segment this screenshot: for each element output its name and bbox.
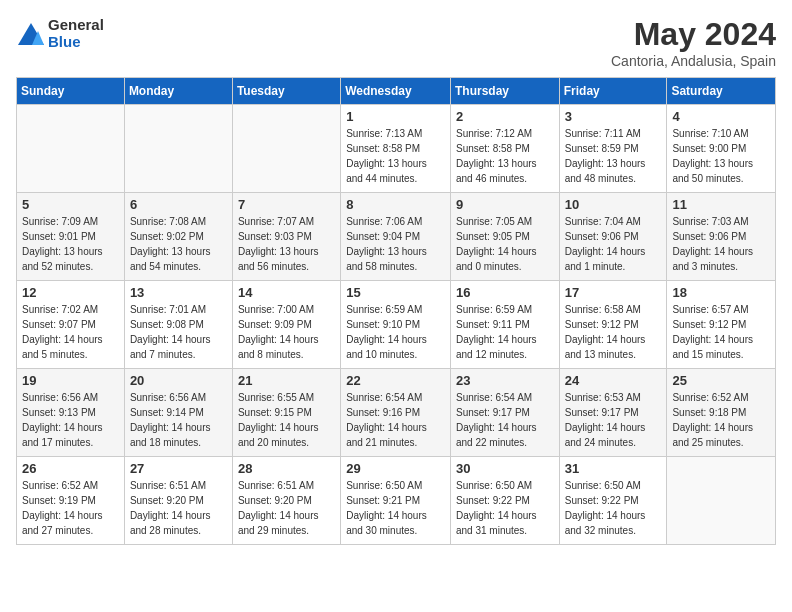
day-info: Sunrise: 6:51 AM Sunset: 9:20 PM Dayligh… (238, 478, 335, 538)
day-number: 27 (130, 461, 227, 476)
day-info: Sunrise: 6:50 AM Sunset: 9:22 PM Dayligh… (565, 478, 662, 538)
day-info: Sunrise: 7:10 AM Sunset: 9:00 PM Dayligh… (672, 126, 770, 186)
day-info: Sunrise: 7:12 AM Sunset: 8:58 PM Dayligh… (456, 126, 554, 186)
calendar-row: 12Sunrise: 7:02 AM Sunset: 9:07 PM Dayli… (17, 281, 776, 369)
calendar-cell: 7Sunrise: 7:07 AM Sunset: 9:03 PM Daylig… (232, 193, 340, 281)
day-number: 14 (238, 285, 335, 300)
calendar-row: 1Sunrise: 7:13 AM Sunset: 8:58 PM Daylig… (17, 105, 776, 193)
calendar-cell: 27Sunrise: 6:51 AM Sunset: 9:20 PM Dayli… (124, 457, 232, 545)
calendar-cell: 11Sunrise: 7:03 AM Sunset: 9:06 PM Dayli… (667, 193, 776, 281)
day-info: Sunrise: 6:56 AM Sunset: 9:13 PM Dayligh… (22, 390, 119, 450)
day-info: Sunrise: 6:52 AM Sunset: 9:19 PM Dayligh… (22, 478, 119, 538)
calendar-cell: 18Sunrise: 6:57 AM Sunset: 9:12 PM Dayli… (667, 281, 776, 369)
day-info: Sunrise: 6:56 AM Sunset: 9:14 PM Dayligh… (130, 390, 227, 450)
day-info: Sunrise: 6:52 AM Sunset: 9:18 PM Dayligh… (672, 390, 770, 450)
day-info: Sunrise: 7:07 AM Sunset: 9:03 PM Dayligh… (238, 214, 335, 274)
day-number: 5 (22, 197, 119, 212)
day-number: 18 (672, 285, 770, 300)
day-number: 22 (346, 373, 445, 388)
calendar-table: SundayMondayTuesdayWednesdayThursdayFrid… (16, 77, 776, 545)
calendar-cell (17, 105, 125, 193)
calendar-cell (232, 105, 340, 193)
day-info: Sunrise: 6:59 AM Sunset: 9:10 PM Dayligh… (346, 302, 445, 362)
weekday-header-cell: Friday (559, 78, 667, 105)
calendar-cell: 22Sunrise: 6:54 AM Sunset: 9:16 PM Dayli… (341, 369, 451, 457)
day-info: Sunrise: 7:06 AM Sunset: 9:04 PM Dayligh… (346, 214, 445, 274)
day-number: 16 (456, 285, 554, 300)
day-info: Sunrise: 6:51 AM Sunset: 9:20 PM Dayligh… (130, 478, 227, 538)
day-info: Sunrise: 7:08 AM Sunset: 9:02 PM Dayligh… (130, 214, 227, 274)
day-number: 8 (346, 197, 445, 212)
calendar-cell: 5Sunrise: 7:09 AM Sunset: 9:01 PM Daylig… (17, 193, 125, 281)
day-number: 15 (346, 285, 445, 300)
calendar-cell: 8Sunrise: 7:06 AM Sunset: 9:04 PM Daylig… (341, 193, 451, 281)
day-info: Sunrise: 6:55 AM Sunset: 9:15 PM Dayligh… (238, 390, 335, 450)
calendar-cell: 17Sunrise: 6:58 AM Sunset: 9:12 PM Dayli… (559, 281, 667, 369)
day-info: Sunrise: 6:50 AM Sunset: 9:21 PM Dayligh… (346, 478, 445, 538)
day-info: Sunrise: 7:03 AM Sunset: 9:06 PM Dayligh… (672, 214, 770, 274)
calendar-cell: 15Sunrise: 6:59 AM Sunset: 9:10 PM Dayli… (341, 281, 451, 369)
day-number: 6 (130, 197, 227, 212)
day-number: 24 (565, 373, 662, 388)
day-info: Sunrise: 7:11 AM Sunset: 8:59 PM Dayligh… (565, 126, 662, 186)
day-number: 28 (238, 461, 335, 476)
weekday-header-cell: Wednesday (341, 78, 451, 105)
day-info: Sunrise: 7:00 AM Sunset: 9:09 PM Dayligh… (238, 302, 335, 362)
calendar-body: 1Sunrise: 7:13 AM Sunset: 8:58 PM Daylig… (17, 105, 776, 545)
day-number: 3 (565, 109, 662, 124)
calendar-cell: 3Sunrise: 7:11 AM Sunset: 8:59 PM Daylig… (559, 105, 667, 193)
weekday-header-row: SundayMondayTuesdayWednesdayThursdayFrid… (17, 78, 776, 105)
day-number: 26 (22, 461, 119, 476)
day-info: Sunrise: 6:54 AM Sunset: 9:17 PM Dayligh… (456, 390, 554, 450)
day-number: 10 (565, 197, 662, 212)
day-info: Sunrise: 7:04 AM Sunset: 9:06 PM Dayligh… (565, 214, 662, 274)
day-number: 29 (346, 461, 445, 476)
day-number: 23 (456, 373, 554, 388)
calendar-cell: 4Sunrise: 7:10 AM Sunset: 9:00 PM Daylig… (667, 105, 776, 193)
calendar-cell: 2Sunrise: 7:12 AM Sunset: 8:58 PM Daylig… (450, 105, 559, 193)
calendar-cell: 14Sunrise: 7:00 AM Sunset: 9:09 PM Dayli… (232, 281, 340, 369)
day-number: 13 (130, 285, 227, 300)
calendar-cell: 6Sunrise: 7:08 AM Sunset: 9:02 PM Daylig… (124, 193, 232, 281)
calendar-cell: 25Sunrise: 6:52 AM Sunset: 9:18 PM Dayli… (667, 369, 776, 457)
calendar-cell: 21Sunrise: 6:55 AM Sunset: 9:15 PM Dayli… (232, 369, 340, 457)
location-subtitle: Cantoria, Andalusia, Spain (611, 53, 776, 69)
day-number: 21 (238, 373, 335, 388)
title-area: May 2024 Cantoria, Andalusia, Spain (611, 16, 776, 69)
calendar-cell: 26Sunrise: 6:52 AM Sunset: 9:19 PM Dayli… (17, 457, 125, 545)
day-number: 25 (672, 373, 770, 388)
day-info: Sunrise: 7:01 AM Sunset: 9:08 PM Dayligh… (130, 302, 227, 362)
calendar-cell: 28Sunrise: 6:51 AM Sunset: 9:20 PM Dayli… (232, 457, 340, 545)
weekday-header-cell: Tuesday (232, 78, 340, 105)
day-info: Sunrise: 6:53 AM Sunset: 9:17 PM Dayligh… (565, 390, 662, 450)
calendar-cell: 13Sunrise: 7:01 AM Sunset: 9:08 PM Dayli… (124, 281, 232, 369)
weekday-header-cell: Saturday (667, 78, 776, 105)
day-number: 9 (456, 197, 554, 212)
day-number: 4 (672, 109, 770, 124)
day-number: 30 (456, 461, 554, 476)
month-title: May 2024 (611, 16, 776, 53)
weekday-header-cell: Monday (124, 78, 232, 105)
calendar-cell (667, 457, 776, 545)
day-number: 1 (346, 109, 445, 124)
logo-text: General Blue (48, 16, 104, 50)
day-number: 2 (456, 109, 554, 124)
calendar-cell: 9Sunrise: 7:05 AM Sunset: 9:05 PM Daylig… (450, 193, 559, 281)
day-number: 7 (238, 197, 335, 212)
calendar-row: 19Sunrise: 6:56 AM Sunset: 9:13 PM Dayli… (17, 369, 776, 457)
logo: General Blue (16, 16, 104, 50)
calendar-row: 26Sunrise: 6:52 AM Sunset: 9:19 PM Dayli… (17, 457, 776, 545)
day-info: Sunrise: 6:59 AM Sunset: 9:11 PM Dayligh… (456, 302, 554, 362)
page-header: General Blue May 2024 Cantoria, Andalusi… (16, 16, 776, 69)
calendar-cell: 10Sunrise: 7:04 AM Sunset: 9:06 PM Dayli… (559, 193, 667, 281)
weekday-header-cell: Sunday (17, 78, 125, 105)
calendar-cell: 12Sunrise: 7:02 AM Sunset: 9:07 PM Dayli… (17, 281, 125, 369)
calendar-cell: 23Sunrise: 6:54 AM Sunset: 9:17 PM Dayli… (450, 369, 559, 457)
calendar-cell: 30Sunrise: 6:50 AM Sunset: 9:22 PM Dayli… (450, 457, 559, 545)
day-info: Sunrise: 7:05 AM Sunset: 9:05 PM Dayligh… (456, 214, 554, 274)
logo-icon (16, 21, 44, 45)
day-info: Sunrise: 6:58 AM Sunset: 9:12 PM Dayligh… (565, 302, 662, 362)
calendar-cell: 29Sunrise: 6:50 AM Sunset: 9:21 PM Dayli… (341, 457, 451, 545)
day-number: 11 (672, 197, 770, 212)
day-number: 12 (22, 285, 119, 300)
